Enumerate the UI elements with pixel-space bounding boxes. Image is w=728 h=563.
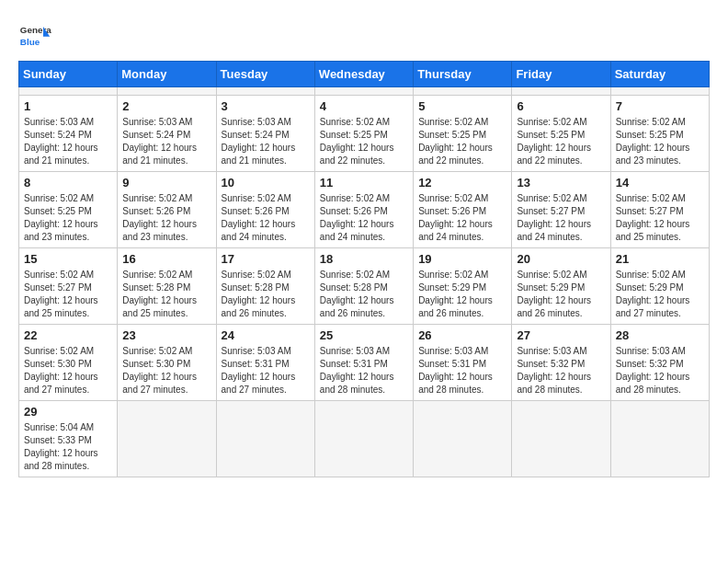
day-info: Sunrise: 5:02 AM Sunset: 5:26 PM Dayligh…	[418, 192, 506, 244]
logo-icon: General Blue	[18, 18, 51, 52]
day-number: 8	[24, 176, 112, 190]
day-info: Sunrise: 5:02 AM Sunset: 5:29 PM Dayligh…	[418, 269, 506, 320]
day-number: 13	[517, 176, 605, 190]
day-info: Sunrise: 5:04 AM Sunset: 5:33 PM Dayligh…	[24, 421, 112, 473]
day-info: Sunrise: 5:02 AM Sunset: 5:26 PM Dayligh…	[222, 192, 310, 244]
day-info: Sunrise: 5:02 AM Sunset: 5:27 PM Dayligh…	[24, 269, 112, 320]
day-number: 26	[418, 328, 506, 342]
day-number: 14	[616, 176, 704, 190]
day-info: Sunrise: 5:02 AM Sunset: 5:28 PM Dayligh…	[122, 269, 210, 320]
calendar-day: 12Sunrise: 5:02 AM Sunset: 5:26 PM Dayli…	[414, 172, 512, 248]
calendar-day: 29Sunrise: 5:04 AM Sunset: 5:33 PM Dayli…	[19, 401, 118, 477]
calendar-day	[118, 87, 216, 96]
calendar-day: 1Sunrise: 5:03 AM Sunset: 5:24 PM Daylig…	[19, 96, 118, 172]
calendar-day: 4Sunrise: 5:02 AM Sunset: 5:25 PM Daylig…	[314, 96, 413, 172]
day-number: 16	[122, 252, 210, 266]
calendar-day	[314, 87, 413, 96]
calendar-day: 19Sunrise: 5:02 AM Sunset: 5:29 PM Dayli…	[414, 248, 512, 325]
calendar-day	[118, 401, 216, 477]
day-number: 24	[222, 328, 310, 342]
day-number: 7	[616, 99, 704, 113]
day-number: 4	[320, 99, 408, 113]
day-number: 17	[222, 252, 310, 266]
header-monday: Monday	[118, 62, 216, 87]
day-info: Sunrise: 5:02 AM Sunset: 5:30 PM Dayligh…	[24, 345, 112, 396]
calendar-day	[414, 87, 512, 96]
header-sunday: Sunday	[19, 62, 118, 87]
day-info: Sunrise: 5:02 AM Sunset: 5:25 PM Dayligh…	[24, 192, 112, 244]
day-number: 23	[122, 328, 210, 342]
day-number: 15	[24, 252, 112, 266]
calendar-day: 23Sunrise: 5:02 AM Sunset: 5:30 PM Dayli…	[118, 325, 216, 401]
header: General Blue	[18, 18, 710, 52]
calendar-day: 20Sunrise: 5:02 AM Sunset: 5:29 PM Dayli…	[512, 248, 610, 325]
day-info: Sunrise: 5:03 AM Sunset: 5:24 PM Dayligh…	[122, 116, 210, 167]
calendar-day: 17Sunrise: 5:02 AM Sunset: 5:28 PM Dayli…	[216, 248, 314, 325]
day-number: 22	[24, 328, 112, 342]
calendar-day	[414, 401, 512, 477]
weekday-header-row: Sunday Monday Tuesday Wednesday Thursday…	[19, 62, 710, 87]
day-info: Sunrise: 5:03 AM Sunset: 5:31 PM Dayligh…	[222, 345, 310, 396]
day-info: Sunrise: 5:02 AM Sunset: 5:25 PM Dayligh…	[517, 116, 605, 167]
calendar-day: 7Sunrise: 5:02 AM Sunset: 5:25 PM Daylig…	[610, 96, 709, 172]
day-number: 3	[222, 99, 310, 113]
day-info: Sunrise: 5:02 AM Sunset: 5:27 PM Dayligh…	[517, 192, 605, 244]
calendar-day: 3Sunrise: 5:03 AM Sunset: 5:24 PM Daylig…	[216, 96, 314, 172]
calendar-week-row: 29Sunrise: 5:04 AM Sunset: 5:33 PM Dayli…	[19, 401, 710, 477]
calendar-day	[216, 87, 314, 96]
calendar-day: 27Sunrise: 5:03 AM Sunset: 5:32 PM Dayli…	[512, 325, 610, 401]
day-info: Sunrise: 5:03 AM Sunset: 5:31 PM Dayligh…	[418, 345, 506, 396]
header-tuesday: Tuesday	[216, 62, 314, 87]
calendar-day	[512, 87, 610, 96]
day-info: Sunrise: 5:02 AM Sunset: 5:28 PM Dayligh…	[320, 269, 408, 320]
calendar-day: 28Sunrise: 5:03 AM Sunset: 5:32 PM Dayli…	[610, 325, 709, 401]
day-info: Sunrise: 5:03 AM Sunset: 5:32 PM Dayligh…	[616, 345, 704, 396]
day-number: 27	[517, 328, 605, 342]
calendar-day: 15Sunrise: 5:02 AM Sunset: 5:27 PM Dayli…	[19, 248, 118, 325]
day-info: Sunrise: 5:02 AM Sunset: 5:30 PM Dayligh…	[122, 345, 210, 396]
day-info: Sunrise: 5:02 AM Sunset: 5:28 PM Dayligh…	[222, 269, 310, 320]
day-number: 9	[122, 176, 210, 190]
calendar-day	[512, 401, 610, 477]
day-number: 1	[24, 99, 112, 113]
calendar-week-row: 1Sunrise: 5:03 AM Sunset: 5:24 PM Daylig…	[19, 96, 710, 172]
calendar-week-row: 8Sunrise: 5:02 AM Sunset: 5:25 PM Daylig…	[19, 172, 710, 248]
day-info: Sunrise: 5:02 AM Sunset: 5:26 PM Dayligh…	[122, 192, 210, 244]
calendar-week-row	[19, 87, 710, 96]
calendar-day: 18Sunrise: 5:02 AM Sunset: 5:28 PM Dayli…	[314, 248, 413, 325]
day-info: Sunrise: 5:03 AM Sunset: 5:24 PM Dayligh…	[24, 116, 112, 167]
calendar-day	[610, 401, 709, 477]
calendar-day: 24Sunrise: 5:03 AM Sunset: 5:31 PM Dayli…	[216, 325, 314, 401]
calendar-day: 2Sunrise: 5:03 AM Sunset: 5:24 PM Daylig…	[118, 96, 216, 172]
day-number: 2	[122, 99, 210, 113]
calendar-day: 11Sunrise: 5:02 AM Sunset: 5:26 PM Dayli…	[314, 172, 413, 248]
calendar-day	[216, 401, 314, 477]
day-number: 10	[222, 176, 310, 190]
calendar-day	[19, 87, 118, 96]
day-info: Sunrise: 5:02 AM Sunset: 5:25 PM Dayligh…	[418, 116, 506, 167]
day-info: Sunrise: 5:02 AM Sunset: 5:25 PM Dayligh…	[616, 116, 704, 167]
header-saturday: Saturday	[610, 62, 709, 87]
header-thursday: Thursday	[414, 62, 512, 87]
day-info: Sunrise: 5:02 AM Sunset: 5:26 PM Dayligh…	[320, 192, 408, 244]
day-number: 28	[616, 328, 704, 342]
calendar-week-row: 22Sunrise: 5:02 AM Sunset: 5:30 PM Dayli…	[19, 325, 710, 401]
day-info: Sunrise: 5:02 AM Sunset: 5:27 PM Dayligh…	[616, 192, 704, 244]
calendar-day: 21Sunrise: 5:02 AM Sunset: 5:29 PM Dayli…	[610, 248, 709, 325]
day-number: 11	[320, 176, 408, 190]
logo: General Blue	[18, 18, 51, 52]
day-info: Sunrise: 5:03 AM Sunset: 5:32 PM Dayligh…	[517, 345, 605, 396]
calendar: Sunday Monday Tuesday Wednesday Thursday…	[18, 61, 710, 477]
day-number: 20	[517, 252, 605, 266]
calendar-day: 25Sunrise: 5:03 AM Sunset: 5:31 PM Dayli…	[314, 325, 413, 401]
day-number: 12	[418, 176, 506, 190]
calendar-day: 22Sunrise: 5:02 AM Sunset: 5:30 PM Dayli…	[19, 325, 118, 401]
calendar-day: 8Sunrise: 5:02 AM Sunset: 5:25 PM Daylig…	[19, 172, 118, 248]
calendar-day	[610, 87, 709, 96]
day-number: 19	[418, 252, 506, 266]
day-number: 29	[24, 405, 112, 419]
day-info: Sunrise: 5:02 AM Sunset: 5:29 PM Dayligh…	[517, 269, 605, 320]
calendar-day: 26Sunrise: 5:03 AM Sunset: 5:31 PM Dayli…	[414, 325, 512, 401]
calendar-day: 13Sunrise: 5:02 AM Sunset: 5:27 PM Dayli…	[512, 172, 610, 248]
day-number: 18	[320, 252, 408, 266]
